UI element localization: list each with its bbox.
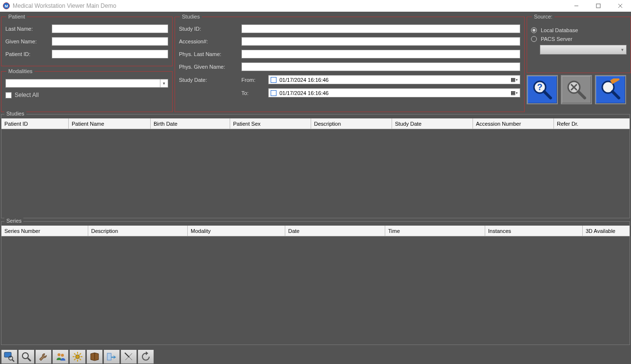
patient-legend: Patient: [6, 14, 27, 19]
series-table-body[interactable]: [1, 236, 630, 337]
source-pacs-radio[interactable]: PACS Server: [531, 36, 627, 42]
toolbar-query-button[interactable]: [1, 349, 18, 364]
svg-line-10: [578, 92, 585, 98]
modalities-group: Modalities ▾ Select All: [1, 68, 173, 112]
svg-line-26: [74, 353, 76, 355]
minimize-button[interactable]: [565, 0, 587, 12]
date-from-checkbox[interactable]: [271, 77, 276, 83]
col-instances[interactable]: Instances: [485, 226, 583, 236]
col-refer-dr[interactable]: Refer Dr.: [554, 118, 630, 129]
close-button[interactable]: [609, 0, 631, 12]
svg-rect-31: [107, 353, 111, 360]
svg-rect-1: [596, 4, 600, 8]
col-patient-id[interactable]: Patient ID: [1, 118, 69, 129]
modalities-legend: Modalities: [6, 68, 35, 74]
col-patient-name[interactable]: Patient Name: [69, 118, 151, 129]
studies-filter-group: Studies Study ID: Accession#: Phys. Last…: [175, 14, 525, 112]
studies-results-legend: Studies: [4, 111, 26, 116]
wrench-icon: [38, 351, 49, 362]
source-legend: Source:: [532, 14, 554, 19]
col-description[interactable]: Description: [311, 118, 392, 129]
book-icon: [89, 351, 100, 362]
study-id-input[interactable]: [241, 24, 520, 33]
series-results-group: Series Series Number Description Modalit…: [1, 221, 630, 345]
date-from-value: 01/17/2024 16:16:46: [279, 77, 329, 83]
calendar-icon: ▦▾: [508, 90, 520, 96]
toolbar-search-button[interactable]: [18, 349, 35, 364]
date-to-value: 01/17/2024 16:16:46: [279, 90, 329, 96]
svg-line-18: [28, 358, 31, 361]
phys-last-label: Phys. Last Name:: [179, 51, 241, 57]
col-date[interactable]: Date: [285, 226, 385, 236]
svg-point-21: [76, 355, 79, 359]
to-label: To:: [241, 90, 268, 96]
studies-results-group: Studies Patient ID Patient Name Birth Da…: [1, 114, 630, 218]
col-accession-number[interactable]: Accession Number: [473, 118, 554, 129]
patient-id-input[interactable]: [52, 50, 168, 58]
patient-id-label: Patient ID:: [5, 51, 52, 57]
svg-line-16: [12, 360, 14, 362]
col-series-description[interactable]: Description: [88, 226, 188, 236]
toolbar-book-button[interactable]: [86, 349, 103, 364]
accession-input[interactable]: [241, 37, 520, 46]
svg-text:?: ?: [537, 82, 543, 92]
given-name-input[interactable]: [52, 37, 168, 46]
source-local-label: Local Database: [541, 27, 578, 33]
modalities-combo[interactable]: ▾: [5, 79, 168, 88]
last-name-label: Last Name:: [5, 26, 52, 32]
pacs-server-combo[interactable]: ▾: [540, 45, 627, 55]
date-to-picker[interactable]: 01/17/2024 16:16:46 ▦▾: [268, 88, 520, 97]
last-name-input[interactable]: [52, 24, 168, 33]
toolbar-users-button[interactable]: [52, 349, 69, 364]
col-study-date[interactable]: Study Date: [392, 118, 473, 129]
col-modality[interactable]: Modality: [188, 226, 285, 236]
svg-point-19: [58, 353, 60, 356]
svg-line-27: [79, 359, 81, 360]
toolbar-settings-button[interactable]: [69, 349, 86, 364]
rotate-icon: [123, 351, 134, 362]
phys-given-input[interactable]: [241, 62, 520, 71]
source-local-radio[interactable]: Local Database: [531, 27, 627, 33]
svg-line-28: [79, 353, 81, 355]
studies-table-body[interactable]: [1, 129, 630, 207]
svg-line-6: [544, 92, 551, 98]
search-question-icon: ?: [531, 78, 553, 101]
date-to-checkbox[interactable]: [271, 90, 276, 96]
window-title: Medical Workstation Viewer Main Demo: [13, 2, 116, 9]
toolbar-tool-button[interactable]: [35, 349, 52, 364]
studies-filter-legend: Studies: [180, 14, 202, 19]
chevron-down-icon: ▾: [160, 79, 168, 87]
col-3d-available[interactable]: 3D Available: [583, 226, 630, 236]
col-birth-date[interactable]: Birth Date: [151, 118, 230, 129]
svg-point-17: [22, 353, 28, 359]
toolbar-export-button[interactable]: [103, 349, 120, 364]
study-date-label: Study Date:: [179, 77, 241, 83]
export-arrow-icon: [106, 351, 117, 362]
radio-icon: [531, 27, 537, 33]
monitor-search-icon: [4, 351, 15, 362]
refresh-icon: [140, 351, 151, 362]
select-all-checkbox[interactable]: [5, 92, 12, 98]
cancel-search-button[interactable]: [561, 75, 592, 104]
col-time[interactable]: Time: [385, 226, 485, 236]
col-patient-sex[interactable]: Patient Sex: [230, 118, 311, 129]
phys-given-label: Phys. Given Name:: [179, 64, 241, 70]
phys-last-input[interactable]: [241, 50, 520, 58]
accession-label: Accession#:: [179, 38, 241, 44]
from-label: From:: [241, 77, 268, 83]
svg-line-29: [74, 359, 76, 360]
svg-line-12: [612, 92, 619, 98]
clear-search-button[interactable]: [595, 75, 626, 104]
date-from-picker[interactable]: 01/17/2024 16:16:46 ▦▾: [268, 75, 520, 84]
toolbar-rotate-button[interactable]: [120, 349, 137, 364]
search-button[interactable]: ?: [527, 75, 558, 104]
patient-group: Patient Last Name: Given Name: Patient I…: [1, 14, 173, 66]
toolbar-refresh-button[interactable]: [138, 349, 154, 364]
given-name-label: Given Name:: [5, 38, 52, 44]
maximize-button[interactable]: [587, 0, 609, 12]
titlebar: M Medical Workstation Viewer Main Demo: [0, 0, 631, 12]
search-icon: [21, 351, 32, 362]
studies-table-header: Patient ID Patient Name Birth Date Patie…: [1, 118, 630, 129]
col-series-number[interactable]: Series Number: [1, 226, 88, 236]
app-icon: M: [3, 2, 10, 9]
